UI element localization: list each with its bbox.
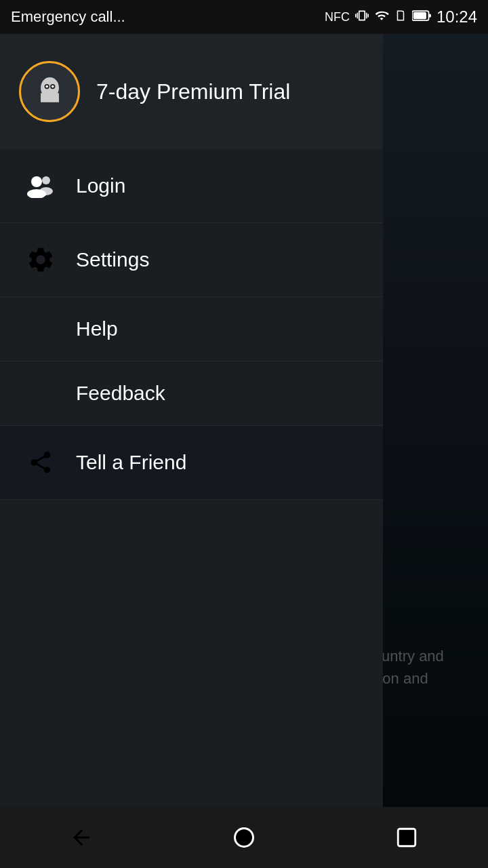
svg-point-27 — [39, 187, 53, 195]
status-icons: NFC 10:24 — [325, 7, 477, 26]
menu-label-settings: Settings — [76, 248, 149, 271]
app-logo — [19, 61, 80, 122]
battery-icon — [412, 9, 431, 26]
home-button[interactable] — [217, 817, 271, 858]
menu-label-tell-a-friend: Tell a Friend — [76, 451, 186, 474]
sim-icon — [394, 9, 407, 26]
back-button[interactable] — [54, 817, 108, 858]
svg-rect-9 — [428, 14, 431, 17]
svg-point-28 — [235, 829, 253, 847]
status-time: 10:24 — [436, 7, 477, 26]
header-title: 7-day Premium Trial — [96, 79, 290, 104]
svg-rect-8 — [413, 12, 426, 19]
navigation-bar — [0, 807, 488, 868]
nfc-icon: NFC — [325, 10, 350, 24]
vibrate-icon — [355, 9, 369, 26]
svg-point-23 — [51, 85, 54, 87]
menu-item-help[interactable]: Help — [0, 297, 383, 361]
drawer-header: 7-day Premium Trial — [0, 34, 383, 149]
menu-item-feedback[interactable]: Feedback — [0, 361, 383, 426]
menu-item-login[interactable]: Login — [0, 149, 383, 223]
menu-label-feedback: Feedback — [76, 382, 165, 405]
status-bar: Emergency call... NFC 10:24 — [0, 0, 488, 34]
share-icon — [24, 446, 57, 479]
status-emergency-text: Emergency call... — [11, 8, 125, 26]
ghost-svg-icon — [31, 73, 68, 111]
menu-item-settings[interactable]: Settings — [0, 223, 383, 297]
people-icon — [24, 170, 57, 202]
drawer: 7-day Premium Trial Login Setting — [0, 34, 383, 868]
recent-button[interactable] — [380, 817, 434, 858]
menu-label-login: Login — [76, 174, 125, 197]
svg-point-24 — [31, 176, 42, 187]
menu-label-help: Help — [76, 317, 118, 340]
menu-section-bottom: Tell a Friend — [0, 426, 383, 500]
menu-section: Login Settings Help Feedback — [0, 149, 383, 868]
wifi-icon — [374, 9, 389, 26]
svg-rect-29 — [398, 829, 415, 846]
gear-icon — [24, 243, 57, 276]
svg-point-22 — [45, 85, 48, 87]
right-overlay[interactable] — [383, 34, 488, 868]
svg-point-26 — [42, 176, 50, 184]
menu-item-tell-a-friend[interactable]: Tell a Friend — [0, 426, 383, 500]
